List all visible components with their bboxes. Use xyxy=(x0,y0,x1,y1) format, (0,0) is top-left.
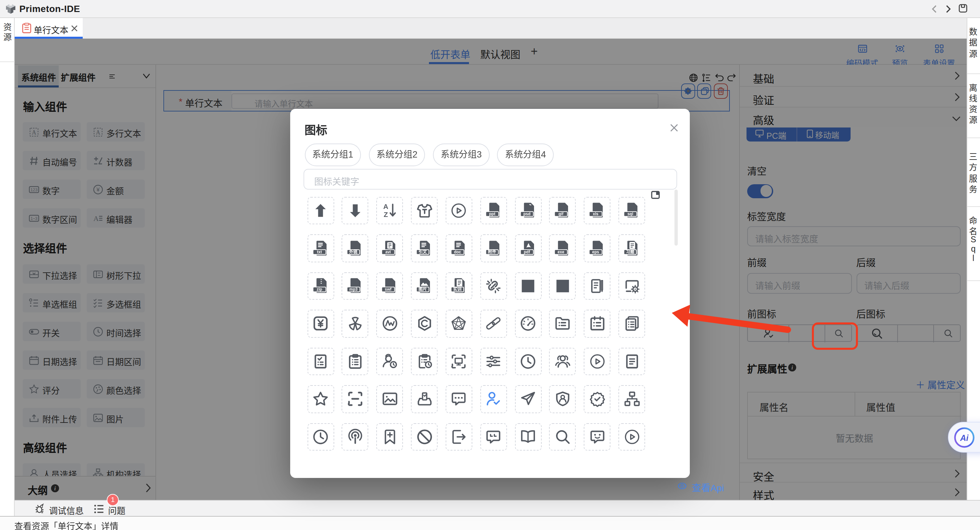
svg-text:Ai: Ai xyxy=(960,433,969,442)
svg-text:sql: sql xyxy=(627,212,633,217)
svg-text:图片: 图片 xyxy=(418,287,427,292)
svg-text:实训: 实训 xyxy=(453,287,461,292)
svg-text:Z: Z xyxy=(383,210,388,218)
svg-text:引文: 引文 xyxy=(418,249,427,254)
svg-text:eps: eps xyxy=(592,250,600,254)
svg-text:psd: psd xyxy=(523,212,530,217)
svg-text:附件: 附件 xyxy=(488,249,496,254)
svg-text:doc: doc xyxy=(454,250,461,254)
svg-text:mp3: mp3 xyxy=(350,287,358,292)
svg-text:exe: exe xyxy=(558,250,565,254)
svg-text:swf: swf xyxy=(385,287,392,292)
svg-text:pdf: pdf xyxy=(523,250,530,254)
svg-text:外链: 外链 xyxy=(349,249,358,254)
svg-text:xls: xls xyxy=(593,212,599,217)
svg-text:txt: txt xyxy=(317,250,321,254)
svg-text:ppt: ppt xyxy=(489,212,495,217)
svg-text:习题: 习题 xyxy=(626,250,635,254)
svg-text:zip: zip xyxy=(316,287,322,292)
svg-text:A: A xyxy=(383,202,388,210)
svg-text:gif: gif xyxy=(559,212,564,217)
svg-text:avi: avi xyxy=(386,250,391,254)
